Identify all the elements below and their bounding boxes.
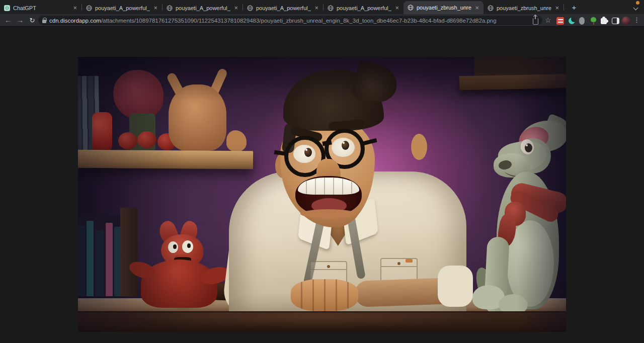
bookcase-side-panel	[120, 208, 137, 296]
displayed-image[interactable]	[78, 57, 566, 332]
cat-pupil	[173, 244, 177, 249]
red-cat-figurine	[136, 215, 229, 306]
red-coral-bouquet	[113, 70, 164, 120]
man-head	[274, 64, 428, 233]
lower-lip	[300, 209, 357, 218]
side-panel-icon[interactable]	[612, 18, 619, 24]
profile-avatar[interactable]	[622, 17, 630, 25]
tab-title: pouyaeti_zbrush_unreal_engin	[497, 5, 551, 11]
book-spine	[106, 223, 113, 296]
tab-search-chevron-icon[interactable]	[633, 6, 638, 11]
man-ear	[411, 134, 427, 160]
tab-title: pouyaeti_A_powerful_modern	[256, 5, 311, 11]
tab-close-icon[interactable]: ×	[554, 4, 559, 12]
tab-powerful-modern-4[interactable]: pouyaeti_A_powerful_modern ×	[324, 2, 404, 14]
toolbar: ← → ↻ cdn.discordapp.com/attachments/108…	[0, 14, 644, 27]
red-vase	[92, 112, 112, 151]
man-hands	[291, 279, 358, 311]
url-host: cdn.discordapp.com	[49, 18, 101, 24]
tab-powerful-modern-2[interactable]: pouyaeti_A_powerful_modern ×	[163, 2, 243, 14]
tab-close-icon[interactable]: ×	[72, 4, 77, 12]
rolled-sleeve-cuff	[438, 266, 473, 307]
glasses-temple	[274, 150, 286, 156]
new-tab-button[interactable]: +	[569, 2, 580, 13]
tab-close-icon[interactable]: ×	[233, 4, 238, 12]
chatgpt-favicon-icon	[4, 5, 10, 11]
red-berry	[137, 131, 156, 148]
forward-button[interactable]: →	[14, 16, 26, 24]
book-spine	[78, 226, 85, 296]
gray-dog-figure	[470, 117, 566, 314]
tab-title: pouyaeti_zbrush_unreal_engin	[417, 5, 471, 11]
tab-close-icon[interactable]: ×	[394, 4, 399, 12]
extensions-puzzle-icon[interactable]	[601, 18, 607, 24]
tab-close-icon[interactable]: ×	[153, 4, 158, 12]
share-icon[interactable]	[533, 18, 538, 25]
tab-separator	[564, 4, 564, 11]
globe-favicon-icon	[488, 5, 494, 11]
browser-menu-icon[interactable]: ⋮	[633, 16, 640, 24]
cartoon-man	[226, 62, 468, 313]
globe-favicon-icon	[247, 5, 253, 11]
globe-favicon-icon	[408, 5, 414, 11]
smiling-mouth	[295, 176, 362, 216]
mouse-extension-icon[interactable]	[579, 17, 585, 25]
desk-front-edge	[78, 311, 566, 332]
right-shelf-plank	[459, 74, 566, 91]
red-berry	[118, 132, 137, 149]
globe-favicon-icon	[328, 5, 334, 11]
url-text[interactable]: cdn.discordapp.com/attachments/108978176…	[49, 18, 530, 24]
url-path: /attachments/1089781761275351090/1122543…	[101, 18, 497, 24]
dog-eye	[525, 143, 532, 152]
red-extension-icon[interactable]	[556, 17, 564, 25]
tan-cat-figurine	[169, 84, 226, 151]
tab-title: pouyaeti_A_powerful_modern	[337, 5, 391, 11]
pocket-tag	[406, 259, 413, 263]
tab-strip: ChatGPT × pouyaeti_A_powerful_modern × p…	[0, 0, 644, 14]
bookmark-star-icon[interactable]: ☆	[545, 16, 551, 24]
lock-icon[interactable]	[42, 20, 46, 23]
back-button[interactable]: ←	[2, 16, 14, 24]
tab-zbrush-unreal-2[interactable]: pouyaeti_zbrush_unreal_engin ×	[484, 2, 564, 14]
address-bar[interactable]: cdn.discordapp.com/attachments/108978176…	[38, 16, 542, 25]
tab-powerful-modern-3[interactable]: pouyaeti_A_powerful_modern ×	[243, 2, 323, 14]
tab-chatgpt[interactable]: ChatGPT ×	[0, 2, 82, 14]
book-spine	[95, 230, 104, 296]
tab-close-icon[interactable]: ×	[474, 4, 479, 12]
tab-title: pouyaeti_A_powerful_modern	[176, 5, 230, 11]
tab-close-icon[interactable]: ×	[314, 4, 319, 12]
globe-favicon-icon	[86, 5, 92, 11]
page-content	[0, 27, 644, 343]
tab-title: pouyaeti_A_powerful_modern	[95, 5, 150, 11]
tree-extension-icon[interactable]	[590, 17, 597, 25]
book-spine	[87, 221, 94, 296]
tab-title: ChatGPT	[13, 5, 69, 11]
cat-pupil	[187, 243, 191, 248]
globe-favicon-icon	[167, 5, 173, 11]
reload-button[interactable]: ↻	[26, 17, 38, 24]
browser-window: ChatGPT × pouyaeti_A_powerful_modern × p…	[0, 0, 644, 343]
recording-indicator-dot	[636, 1, 639, 5]
dark-reader-moon-icon[interactable]	[568, 17, 576, 25]
tab-powerful-modern-1[interactable]: pouyaeti_A_powerful_modern ×	[82, 2, 162, 14]
tab-zbrush-unreal-active[interactable]: pouyaeti_zbrush_unreal_engin ×	[404, 1, 484, 14]
